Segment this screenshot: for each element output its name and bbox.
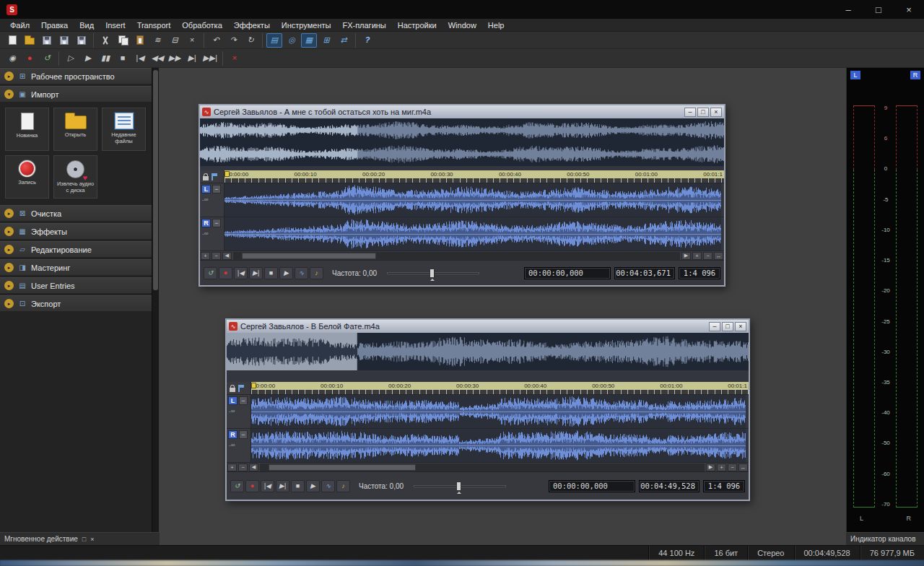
play-button[interactable]: ▶ (306, 480, 320, 492)
float-panel-icon[interactable]: □ (82, 536, 86, 543)
save-as-button[interactable] (56, 33, 72, 48)
scrollbar-thumb[interactable] (269, 464, 415, 471)
stop-button[interactable]: ■ (115, 51, 131, 66)
process-menu-item[interactable]: Обработка (176, 21, 227, 30)
channel-collapse-button[interactable]: − (212, 185, 221, 193)
save-button[interactable] (39, 33, 55, 48)
play-all-button[interactable]: ▷ (63, 51, 79, 66)
marker-drop-icon[interactable] (212, 173, 213, 180)
channel-collapse-button[interactable]: − (212, 219, 221, 227)
playback-speed-slider[interactable] (387, 268, 479, 279)
help-menu-item[interactable]: Help (482, 21, 510, 30)
app-minimize-button[interactable]: – (833, 0, 863, 19)
zoom-in-button[interactable]: + (201, 252, 210, 260)
arrange-windows-button[interactable]: ⊞ (318, 33, 334, 48)
app-close-button[interactable]: × (894, 0, 924, 19)
app-titlebar[interactable]: S – □ × (0, 0, 924, 19)
stop-button[interactable]: ■ (291, 480, 305, 492)
right-channel-waveform[interactable] (251, 429, 746, 462)
left-channel-button[interactable]: L (228, 396, 237, 405)
render-as-button[interactable] (74, 33, 90, 48)
zoom-out-button[interactable]: − (212, 252, 221, 260)
delete-button[interactable]: × (184, 33, 200, 48)
scroll-right-button[interactable]: ▶ (681, 252, 691, 260)
snap-grid-button[interactable]: ▦ (301, 33, 317, 48)
zoom-out-vertical-button[interactable]: − (703, 252, 712, 260)
recent-files-button[interactable]: Недавние файлы (102, 108, 146, 151)
zoom-in-button[interactable]: + (227, 463, 237, 471)
tools-menu-item[interactable]: Инструменты (276, 21, 337, 30)
insert-menu-item[interactable]: Insert (100, 21, 131, 30)
stop-button[interactable]: ■ (264, 267, 278, 279)
playback-speed-slider[interactable] (414, 481, 506, 492)
transport-menu-item[interactable]: Transport (131, 21, 177, 30)
repeat-button[interactable]: ↻ (243, 33, 258, 48)
right-channel-waveform[interactable] (225, 217, 721, 251)
window-menu-item[interactable]: Window (443, 21, 482, 30)
scrollbar-track[interactable] (233, 252, 680, 260)
new-button[interactable]: Новинка (5, 108, 49, 151)
user-entries-section-header[interactable]: ▸ ▤ User Entries (0, 277, 152, 293)
loop-playback-button[interactable]: ↺ (39, 51, 55, 66)
slider-thumb[interactable] (430, 269, 435, 278)
record-remote-button[interactable]: ◉ (4, 51, 20, 66)
trim-button[interactable]: ⊟ (167, 33, 183, 48)
scroll-left-button[interactable]: ◀ (249, 463, 258, 471)
editing-section-header[interactable]: ▸ ▱ Редактирование (0, 241, 152, 257)
undo-button[interactable]: ↶ (208, 33, 224, 48)
export-section-header[interactable]: ▸ ⊡ Экспорт (0, 295, 152, 311)
mix-button[interactable]: ≋ (149, 33, 165, 48)
go-to-start-button[interactable]: |◀ (261, 480, 274, 492)
go-to-end-button[interactable]: ▶| (249, 267, 263, 279)
edit-menu-item[interactable]: Правка (35, 21, 74, 30)
copy-button[interactable] (115, 33, 131, 48)
pause-button[interactable]: ▮▮ (97, 51, 113, 66)
record-button[interactable]: ● (22, 51, 38, 66)
zoom-fit-button[interactable]: ↔ (738, 463, 748, 471)
refresh-button[interactable]: ⇄ (336, 33, 352, 48)
new-file-button[interactable] (4, 33, 20, 48)
slider-thumb[interactable] (456, 482, 461, 491)
left-channel-button[interactable]: L (201, 185, 211, 193)
go-to-start-button[interactable]: |◀ (132, 51, 148, 66)
fx-plugins-menu-item[interactable]: FX-плагины (336, 21, 391, 30)
go-to-start-button[interactable]: |◀ (234, 267, 248, 279)
overview-waveform[interactable] (200, 118, 724, 166)
loop-playback-button[interactable]: ↺ (204, 267, 217, 279)
playhead-marker[interactable] (251, 383, 256, 388)
go-to-end-button[interactable]: ▶| (184, 51, 200, 66)
quick-action-panel-tab[interactable]: Мгновенное действие □ × (0, 532, 160, 545)
cleanup-section-header[interactable]: ▸ ⊠ Очистка (0, 205, 152, 221)
sidebar-scrollbar[interactable] (152, 68, 159, 532)
effects-menu-item[interactable]: Эффекты (228, 21, 276, 30)
options-menu-item[interactable]: Настройки (392, 21, 443, 30)
overview-waveform[interactable] (227, 333, 749, 370)
zoom-out-vertical-button[interactable]: − (728, 463, 737, 471)
window-maximize-button[interactable]: □ (697, 108, 709, 117)
zoom-in-vertical-button[interactable]: + (717, 463, 726, 471)
window-maximize-button[interactable]: □ (722, 322, 733, 331)
loop-playback-button[interactable]: ↺ (230, 480, 244, 492)
app-maximize-button[interactable]: □ (863, 0, 894, 19)
paste-button[interactable] (132, 33, 148, 48)
record-button[interactable]: Запись (5, 155, 49, 199)
play-button[interactable]: ▶ (80, 51, 96, 66)
chain-editor-button[interactable]: ▤ (266, 33, 282, 48)
monitor-button[interactable]: ♪ (336, 480, 350, 492)
right-channel-button[interactable]: R (201, 219, 211, 227)
extract-audio-from-disc-button[interactable]: Извлечь аудио с диска (53, 155, 97, 199)
import-section-header[interactable]: ▾ ▣ Импорт (0, 86, 152, 102)
go-to-end-button[interactable]: ▶| (276, 480, 289, 492)
left-channel-waveform[interactable] (225, 183, 721, 217)
edit-tool-button[interactable]: ∿ (295, 267, 308, 279)
scrollbar-thumb[interactable] (242, 253, 376, 259)
next-marker-button[interactable]: ▶▶| (201, 51, 219, 66)
effects-section-header[interactable]: ▸ ▦ Эффекты (0, 223, 152, 239)
record-button[interactable]: ● (219, 267, 232, 279)
zoom-fit-button[interactable]: ↔ (714, 252, 723, 260)
lock-icon[interactable] (203, 176, 209, 180)
sidebar-scrollbar-thumb[interactable] (153, 70, 158, 290)
fast-forward-button[interactable]: ▶▶ (167, 51, 183, 66)
monitor-button[interactable]: ♪ (310, 267, 323, 279)
open-file-button[interactable] (22, 33, 38, 48)
